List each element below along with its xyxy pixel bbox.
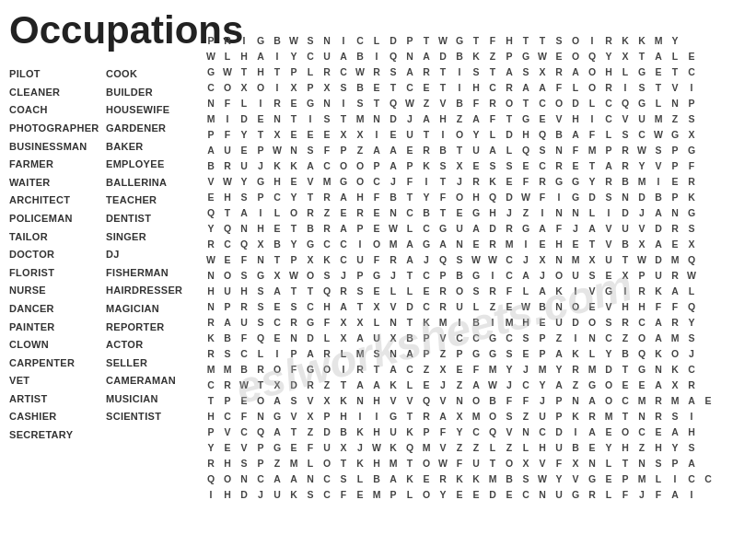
grid-cell: C [534,158,551,174]
grid-cell: E [368,221,385,237]
grid-cell: A [435,237,451,252]
grid-cell: L [584,346,600,362]
grid-cell: C [302,49,319,64]
grid-cell: K [551,284,567,299]
grid-cell: E [551,49,567,64]
grid-cell: N [551,205,567,221]
grid-cell: Z [451,378,468,393]
grid-cell: B [352,80,368,96]
grid-cell: E [236,393,252,409]
grid-cell: I [352,409,368,425]
grid-cell: A [269,393,285,409]
grid-cell: P [203,425,219,440]
grid-cell: I [236,33,252,49]
grid-cell: U [236,158,252,174]
grid-cell: B [236,362,252,378]
grid-cell: T [352,299,368,315]
grid-cell: C [319,471,335,487]
grid-cell: O [501,96,518,111]
grid-cell: X [683,127,700,143]
word-item: MAGICIAN [106,301,198,318]
grid-cell: R [269,96,285,111]
grid-cell: U [451,221,468,237]
grid-cell: F [451,456,468,471]
grid-cell: J [385,174,401,190]
grid-cell: X [302,252,319,268]
grid-cell: R [236,299,252,315]
grid-cell: U [634,111,650,127]
grid-cell: P [667,143,683,158]
grid-cell: E [285,96,302,111]
grid-cell: V [435,331,451,346]
grid-cell: A [352,378,368,393]
grid-cell: E [518,158,534,174]
grid-row: NFLIREGNISTQWZVBFROTCODLCQGLNP [203,96,716,111]
grid-cell: E [584,440,600,456]
grid-cell: Y [667,440,683,456]
grid-cell: I [667,471,683,487]
grid-cell: F [368,252,385,268]
word-item: DJ [106,247,198,263]
grid-cell: G [252,174,269,190]
grid-cell: J [634,205,650,221]
grid-cell: R [285,315,302,331]
grid-cell: Y [501,362,518,378]
grid-cell: Q [435,252,451,268]
grid-cell: I [518,237,534,252]
word-item: SCIENTIST [106,409,198,425]
grid-cell: A [269,471,285,487]
grid-cell: E [418,378,435,393]
grid-cell: C [335,64,352,80]
grid-cell: W [368,440,385,456]
grid-cell: W [435,456,451,471]
grid-cell: T [252,378,269,393]
grid-cell: A [401,252,418,268]
grid-cell: X [518,456,534,471]
grid-cell: U [551,440,567,456]
grid-cell: K [269,158,285,174]
word-item: MUSICIAN [106,391,198,408]
grid-cell: F [236,252,252,268]
grid-cell: N [236,221,252,237]
grid-cell: L [650,471,667,487]
grid-cell: E [468,158,484,174]
grid-cell: X [352,315,368,331]
grid-cell: L [401,487,418,503]
grid-cell: M [203,362,219,378]
grid-cell: Y [285,190,302,205]
grid-cell: N [203,299,219,315]
grid-cell: K [401,425,418,440]
grid-cell: C [219,409,236,425]
grid-cell: Y [600,440,617,456]
grid-cell: M [319,174,335,190]
grid-cell: F [617,487,634,503]
word-item: ARCHITECT [9,192,106,209]
grid-cell: X [683,237,700,252]
grid-row: MIDENTISTMNDJAHZAFTGEVHICVUMZS [203,111,716,127]
grid-cell: R [484,237,501,252]
word-item: FISHERMAN [106,265,198,282]
grid-cell: A [335,49,352,64]
grid-cell: I [551,190,567,205]
grid-cell: N [634,456,650,471]
grid-cell: N [319,96,335,111]
grid-cell: P [435,268,451,284]
grid-cell: F [484,111,501,127]
grid-cell: X [567,456,584,471]
grid-row: TPEOASVXKNHVVQVNOBFFJPNAOCMRMAE [203,393,716,409]
grid-cell: T [634,49,650,64]
grid-cell: A [302,346,319,362]
grid-cell: D [385,111,401,127]
grid-cell: E [650,64,667,80]
grid-cell: T [236,64,252,80]
grid-cell: N [551,299,567,315]
grid-cell: S [683,331,700,346]
grid-cell: E [285,440,302,456]
grid-cell: T [252,127,269,143]
grid-cell: O [219,80,236,96]
grid-cell: I [269,49,285,64]
grid-cell: M [501,237,518,252]
grid-cell: H [567,111,584,127]
grid-cell: S [302,143,319,158]
grid-cell: Q [683,252,700,268]
